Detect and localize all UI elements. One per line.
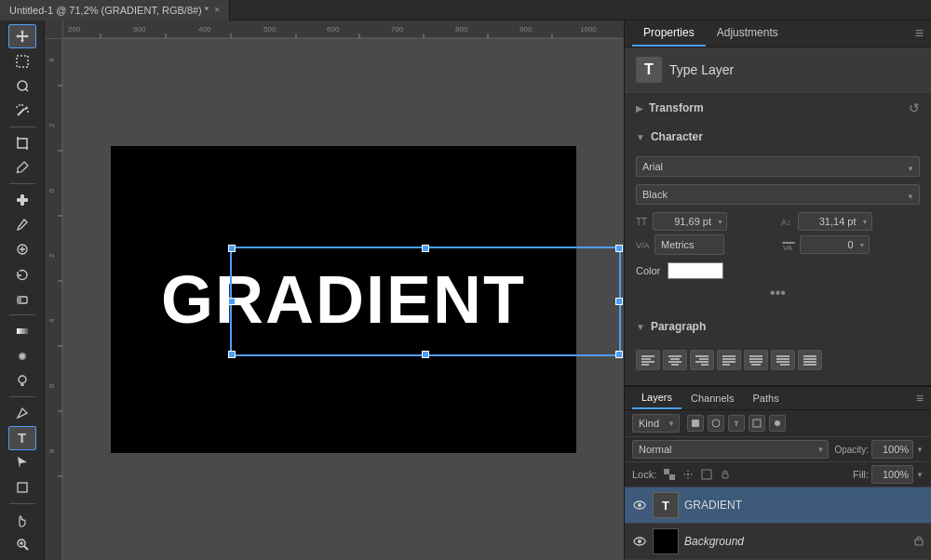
handle-bottom-right[interactable] <box>615 351 623 358</box>
layer-visibility-gradient[interactable] <box>632 498 647 513</box>
color-swatch[interactable] <box>668 262 723 279</box>
move-tool-button[interactable] <box>8 24 36 48</box>
zoom-tool-button[interactable] <box>8 532 36 556</box>
background-lock-icon <box>914 535 924 548</box>
transform-reset[interactable]: ↺ <box>909 100 920 115</box>
lock-move-icon[interactable] <box>681 467 695 482</box>
tab-close-button[interactable]: × <box>214 5 220 15</box>
eraser-button[interactable] <box>8 287 36 312</box>
character-section-header[interactable]: ▼ Character <box>625 123 931 151</box>
pen-tool-button[interactable] <box>8 401 36 425</box>
svg-rect-12 <box>18 139 27 148</box>
lasso-tool-button[interactable] <box>8 74 36 99</box>
layer-filter-icons: T <box>687 415 786 432</box>
paragraph-section-header[interactable]: ▼ Paragraph <box>625 313 931 340</box>
dodge-button[interactable] <box>8 368 36 393</box>
leading-input[interactable] <box>798 212 872 231</box>
layer-row-background[interactable]: Background <box>625 524 931 560</box>
font-family-select[interactable]: Arial <box>636 156 920 177</box>
kind-select[interactable]: Kind <box>632 414 680 433</box>
filter-smart-icon[interactable] <box>769 415 786 432</box>
svg-point-11 <box>27 111 29 113</box>
handle-bottom-left[interactable] <box>228 351 236 358</box>
magic-wand-button[interactable] <box>8 99 36 123</box>
hand-tool-button[interactable] <box>8 508 36 532</box>
handle-top-left[interactable] <box>228 245 236 252</box>
justify-all-button[interactable] <box>798 350 822 370</box>
kerning-row: V/A Metrics VA <box>636 234 920 255</box>
marquee-tool-button[interactable] <box>8 49 36 73</box>
font-style-select[interactable]: Black <box>636 184 920 205</box>
filter-adjustment-icon[interactable] <box>708 415 724 432</box>
svg-text:A↕: A↕ <box>781 218 791 227</box>
fill-input[interactable] <box>871 465 913 484</box>
opacity-input[interactable] <box>871 440 913 459</box>
lock-artboard-icon[interactable] <box>699 467 714 482</box>
svg-line-30 <box>24 546 28 550</box>
shape-tool-button[interactable] <box>8 475 36 500</box>
handle-top-right[interactable] <box>615 245 623 252</box>
handle-middle-right[interactable] <box>615 298 623 305</box>
kerning-select[interactable]: Metrics <box>654 234 724 255</box>
opacity-group: Opacity: ▼ <box>834 440 924 459</box>
lock-checkerboard-icon[interactable] <box>662 467 677 482</box>
svg-rect-103 <box>664 469 669 474</box>
tab-title: Untitled-1 @ 71,2% (GRADIENT, RGB/8#) * <box>9 5 209 16</box>
color-row: Color <box>636 259 920 283</box>
tab-channels[interactable]: Channels <box>681 388 743 408</box>
svg-rect-104 <box>669 474 675 480</box>
canvas[interactable]: GRADIENT <box>63 39 624 560</box>
kerning-icon: V/A <box>636 238 651 251</box>
blur-button[interactable] <box>8 344 36 368</box>
type-icon: T <box>18 430 26 446</box>
blend-mode-select[interactable]: Normal <box>632 440 829 459</box>
transform-arrow: ▶ <box>636 103 643 113</box>
gradient-tool-button[interactable] <box>8 319 36 343</box>
svg-rect-112 <box>915 540 923 545</box>
tab-layers[interactable]: Layers <box>632 387 681 409</box>
path-select-button[interactable] <box>8 451 36 475</box>
handle-bottom-center[interactable] <box>422 351 429 358</box>
filter-pixel-icon[interactable] <box>687 415 704 432</box>
layer-visibility-background[interactable] <box>632 534 647 549</box>
layers-menu-button[interactable]: ≡ <box>916 391 924 406</box>
more-options-button[interactable]: ••• <box>636 283 920 303</box>
lock-all-icon[interactable] <box>718 467 733 482</box>
separator2 <box>9 183 35 184</box>
type-tool-button[interactable]: T <box>8 426 36 450</box>
eyedropper-button[interactable] <box>8 155 36 180</box>
align-right-button[interactable] <box>690 350 714 370</box>
history-button[interactable] <box>8 262 36 287</box>
svg-rect-99 <box>692 420 699 427</box>
brush-button[interactable] <box>8 213 36 237</box>
filter-type-icon[interactable]: T <box>728 415 745 432</box>
crop-tool-button[interactable] <box>8 131 36 155</box>
svg-rect-101 <box>753 420 761 427</box>
svg-point-9 <box>19 104 20 106</box>
svg-point-111 <box>638 540 641 543</box>
tab-adjustments[interactable]: Adjustments <box>706 20 789 47</box>
align-center-button[interactable] <box>663 350 687 370</box>
filter-shape-icon[interactable] <box>749 415 765 432</box>
healing-button[interactable] <box>8 188 36 212</box>
svg-point-10 <box>21 104 23 106</box>
svg-text:0: 0 <box>47 188 56 193</box>
layer-type-indicator: T <box>662 499 669 513</box>
main-layout: T <box>0 20 931 560</box>
layer-name-background: Background <box>684 535 909 548</box>
font-size-input[interactable] <box>653 212 727 231</box>
handle-top-center[interactable] <box>422 245 429 252</box>
layer-row-gradient[interactable]: T GRADIENT <box>625 487 931 524</box>
layers-toolbar: Kind T <box>625 410 931 437</box>
document-tab[interactable]: Untitled-1 @ 71,2% (GRADIENT, RGB/8#) * … <box>0 0 230 20</box>
justify-left-button[interactable] <box>717 350 741 370</box>
svg-rect-107 <box>722 473 728 478</box>
justify-right-button[interactable] <box>771 350 795 370</box>
transform-section-header[interactable]: ▶ Transform ↺ <box>625 93 931 123</box>
align-left-button[interactable] <box>636 350 660 370</box>
tab-paths[interactable]: Paths <box>744 388 789 408</box>
tab-properties[interactable]: Properties <box>632 20 706 47</box>
clone-button[interactable] <box>8 237 36 261</box>
properties-menu-button[interactable]: ≡ <box>915 25 924 42</box>
justify-center-button[interactable] <box>744 350 768 370</box>
